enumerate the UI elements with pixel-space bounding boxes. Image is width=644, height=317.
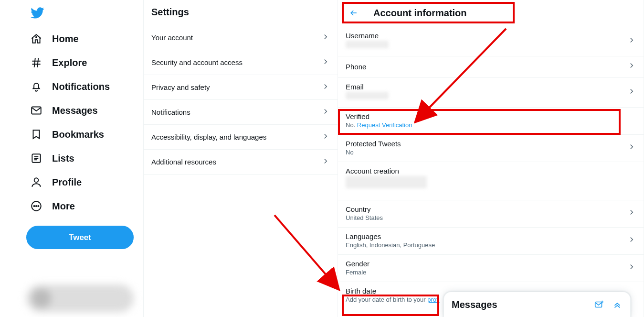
chevron-right-icon — [627, 208, 636, 219]
messages-dock[interactable]: Messages — [443, 292, 631, 317]
settings-item-label: Privacy and safety — [151, 83, 210, 91]
chevron-right-icon — [627, 235, 636, 246]
settings-your-account[interactable]: Your account — [144, 25, 338, 50]
dm-title: Messages — [452, 299, 497, 310]
info-label: Country — [346, 205, 383, 213]
info-label: Protected Tweets — [346, 140, 401, 148]
info-label: Account creation — [346, 167, 427, 175]
chevron-right-icon — [627, 87, 636, 98]
row-username[interactable]: Username — [338, 27, 644, 56]
chevron-right-icon — [321, 82, 330, 92]
svg-point-3 — [34, 178, 39, 182]
nav-notifications[interactable]: Notifications — [26, 75, 143, 98]
settings-item-label: Additional resources — [151, 158, 216, 166]
svg-point-6 — [36, 206, 37, 207]
settings-item-label: Your account — [151, 33, 193, 42]
info-sub: English, Indonesian, Portuguese — [346, 241, 435, 249]
nav-label: Lists — [52, 153, 74, 164]
settings-privacy[interactable]: Privacy and safety — [144, 75, 338, 100]
nav-label: More — [52, 201, 75, 212]
nav-label: Bookmarks — [52, 129, 104, 140]
nav-label: Notifications — [52, 81, 110, 92]
bell-icon — [30, 80, 42, 93]
list-icon — [30, 152, 42, 164]
info-label: Birth date — [346, 287, 440, 295]
row-gender[interactable]: Gender Female — [338, 255, 644, 282]
settings-accessibility[interactable]: Accessibility, display, and languages — [144, 125, 338, 150]
settings-item-label: Accessibility, display, and languages — [151, 133, 266, 141]
info-sub: United States — [346, 214, 383, 221]
info-label: Email — [346, 83, 389, 91]
chevron-right-icon — [627, 61, 636, 72]
profile-link[interactable]: profi — [427, 296, 439, 303]
nav-home[interactable]: Home — [26, 27, 143, 51]
account-switcher[interactable] — [26, 284, 134, 312]
settings-title: Settings — [144, 0, 338, 25]
info-sub: No — [346, 149, 401, 156]
chevron-right-icon — [627, 262, 636, 273]
chevron-right-icon — [321, 132, 330, 142]
tweet-button[interactable]: Tweet — [26, 226, 134, 249]
nav-explore[interactable]: Explore — [26, 51, 143, 75]
more-icon — [30, 200, 42, 212]
row-verified[interactable]: Verified No. Request Verification — [338, 108, 644, 135]
info-sub: Female — [346, 269, 370, 276]
info-sub: Add your date of birth to your profi — [346, 296, 440, 303]
chevron-right-icon — [627, 36, 636, 46]
nav-label: Home — [52, 33, 79, 44]
chevron-right-icon — [627, 142, 636, 153]
redacted-value — [346, 92, 389, 99]
avatar — [32, 289, 51, 308]
settings-notifications[interactable]: Notifications — [144, 100, 338, 125]
info-label: Username — [346, 32, 389, 40]
settings-security[interactable]: Security and account access — [144, 50, 338, 75]
nav-label: Explore — [52, 57, 87, 68]
new-message-button[interactable] — [594, 299, 604, 310]
nav-bookmarks[interactable]: Bookmarks — [26, 122, 143, 146]
info-label: Languages — [346, 232, 435, 240]
row-languages[interactable]: Languages English, Indonesian, Portugues… — [338, 228, 644, 255]
settings-item-label: Notifications — [151, 108, 190, 116]
row-country[interactable]: Country United States — [338, 200, 644, 228]
request-verification-link[interactable]: Request Verification — [357, 121, 412, 129]
row-phone[interactable]: Phone — [338, 56, 644, 78]
bookmark-icon — [30, 128, 42, 141]
nav-label: Messages — [52, 105, 98, 116]
chevron-right-icon — [321, 57, 330, 67]
redacted-value — [346, 41, 389, 48]
nav-more[interactable]: More — [26, 194, 143, 218]
nav-messages[interactable]: Messages — [26, 98, 143, 122]
mail-icon — [30, 104, 42, 117]
hashtag-icon — [30, 56, 42, 69]
info-label: Verified — [346, 112, 412, 120]
detail-header: Account information — [338, 0, 644, 27]
chevron-right-icon — [321, 107, 330, 117]
settings-item-label: Security and account access — [151, 58, 243, 66]
detail-column: Account information Username Phone Email — [338, 0, 644, 317]
row-protected[interactable]: Protected Tweets No — [338, 135, 644, 162]
home-icon — [30, 33, 42, 45]
detail-title: Account information — [373, 8, 467, 19]
twitter-logo-icon[interactable] — [30, 6, 44, 20]
settings-column: Settings Your account Security and accou… — [143, 0, 338, 317]
info-sub: No. Request Verification — [346, 121, 412, 129]
info-label: Gender — [346, 260, 370, 268]
row-creation: Account creation — [338, 162, 644, 200]
svg-point-7 — [38, 206, 39, 207]
redacted-value — [346, 176, 427, 188]
profile-icon — [30, 176, 42, 188]
expand-chevron-button[interactable] — [612, 299, 623, 310]
svg-point-0 — [36, 37, 37, 38]
nav-lists[interactable]: Lists — [26, 146, 143, 170]
svg-point-5 — [34, 206, 35, 207]
info-label: Phone — [346, 63, 366, 71]
nav-profile[interactable]: Profile — [26, 170, 143, 194]
chevron-right-icon — [321, 157, 330, 167]
row-email[interactable]: Email — [338, 78, 644, 108]
back-button[interactable] — [346, 5, 362, 21]
chevron-right-icon — [321, 33, 330, 43]
nav-label: Profile — [52, 177, 82, 188]
settings-resources[interactable]: Additional resources — [144, 150, 338, 175]
primary-nav: Home Explore Notifications Messages Book… — [0, 0, 143, 317]
